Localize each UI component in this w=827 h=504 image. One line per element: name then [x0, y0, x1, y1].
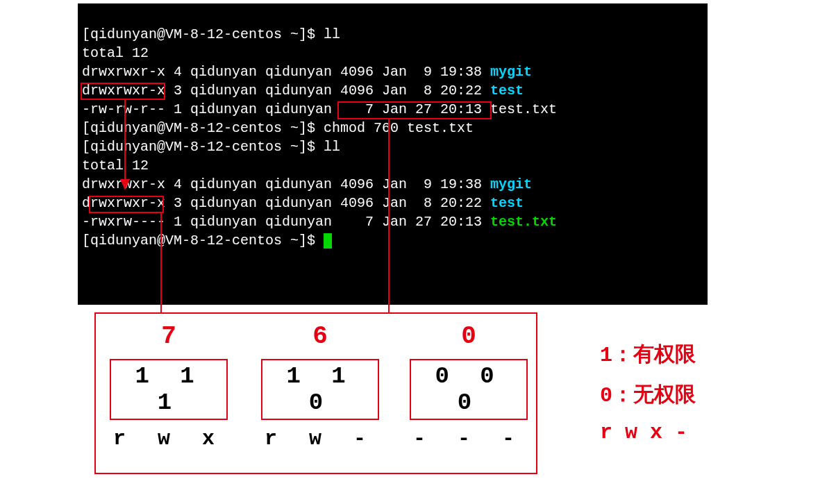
name-txt-b: test.txt	[490, 214, 557, 230]
name-test-b: test	[490, 195, 524, 211]
digit-7: 7	[110, 322, 228, 351]
rest-test-a: 3 qidunyan qidunyan 4096 Jan 8 20:22	[165, 83, 490, 99]
name-mygit-b: mygit	[490, 176, 532, 192]
perm-txt-b: -rwxrw----	[82, 214, 165, 230]
digit-0: 0	[410, 322, 528, 351]
cmd-ll-2: ll	[324, 139, 340, 155]
bits-7: 1 1 1	[110, 359, 228, 420]
perm-txt-a: -rw-rw-r--	[82, 101, 165, 117]
legend-1: 1：有权限	[600, 340, 696, 369]
rest-txt-a: 1 qidunyan qidunyan 7 Jan 27 20:13	[165, 101, 490, 117]
letters-6: r w -	[261, 427, 379, 451]
digit-6: 6	[261, 322, 379, 351]
legend-rwx: r w x -	[600, 421, 687, 444]
cmd-ll-1: ll	[324, 26, 340, 42]
name-mygit-a: mygit	[490, 64, 532, 80]
permission-panel: 7 1 1 1 r w x 6 1 1 0 r w - 0 0 0 0 - - …	[94, 312, 537, 474]
name-txt-a: test.txt	[490, 101, 557, 117]
letters-0: - - -	[410, 427, 528, 451]
cursor	[324, 233, 332, 249]
bits-0: 0 0 0	[410, 359, 528, 420]
perm-mygit-a: drwxrwxr-x	[82, 64, 165, 80]
prompt: [qidunyan@VM-8-12-centos ~]$	[82, 139, 324, 155]
bits-6: 1 1 0	[261, 359, 379, 420]
prompt: [qidunyan@VM-8-12-centos ~]$	[82, 120, 324, 136]
perm-test-b: drwxrwxr-x	[82, 195, 165, 211]
perm-mygit-b: drwxrwxr-x	[82, 176, 165, 192]
letters-7: r w x	[110, 427, 228, 451]
cmd-chmod: chmod 760 test.txt	[324, 120, 474, 136]
total-1: total 12	[82, 45, 149, 61]
prompt: [qidunyan@VM-8-12-centos ~]$	[82, 233, 324, 249]
legend-0: 0：无权限	[600, 380, 696, 409]
perm-group-owner: 7 1 1 1 r w x	[110, 322, 228, 451]
rest-test-b: 3 qidunyan qidunyan 4096 Jan 8 20:22	[165, 195, 490, 211]
total-2: total 12	[82, 158, 149, 174]
rest-txt-b: 1 qidunyan qidunyan 7 Jan 27 20:13	[165, 214, 490, 230]
terminal-window: [qidunyan@VM-8-12-centos ~]$ ll total 12…	[78, 3, 708, 305]
prompt: [qidunyan@VM-8-12-centos ~]$	[82, 26, 324, 42]
name-test-a: test	[490, 83, 524, 99]
perm-group-group: 6 1 1 0 r w -	[261, 322, 379, 451]
rest-mygit-a: 4 qidunyan qidunyan 4096 Jan 9 19:38	[165, 64, 490, 80]
perm-test-a: drwxrwxr-x	[82, 83, 165, 99]
perm-group-other: 0 0 0 0 - - -	[410, 322, 528, 451]
rest-mygit-b: 4 qidunyan qidunyan 4096 Jan 9 19:38	[165, 176, 490, 192]
